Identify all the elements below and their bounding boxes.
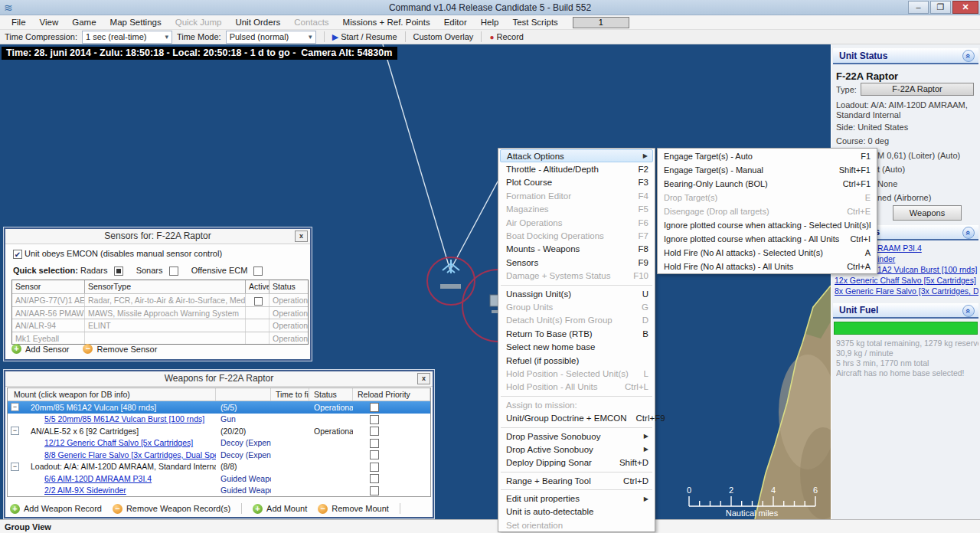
menu-item-throttle-altitude[interactable]: Throttle - Altitude/Depth F2 xyxy=(498,162,655,175)
remove-weapon-record-button[interactable]: − Remove Weapon Record(s) xyxy=(113,504,230,514)
menu-test-scripts[interactable]: Test Scripts xyxy=(505,15,564,29)
menu-missions-ref-points[interactable]: Missions + Ref. Points xyxy=(336,15,437,29)
test-scripts-count-input[interactable] xyxy=(573,17,629,28)
record-button[interactable]: ● Record xyxy=(489,32,524,41)
table-row[interactable]: 2/2 AIM-9X Sidewinder Guided Weapon xyxy=(8,485,430,497)
reload-priority-checkbox[interactable] xyxy=(370,427,379,436)
weapons-table: Mount (click weapon for DB info) Time to… xyxy=(7,387,431,497)
table-row[interactable]: AN/AAR-56 PMAWS MAWS, Missile Approach W… xyxy=(12,306,308,319)
time-compression-select[interactable]: 1 sec (real-time) ▾ xyxy=(82,31,172,44)
table-row[interactable]: Mk1 Eyeball Operational xyxy=(12,332,308,345)
menu-item-ignore-course-all[interactable]: Ignore plotted course when attacking - A… xyxy=(658,232,877,246)
weapons-button[interactable]: Weapons xyxy=(893,205,962,221)
table-row[interactable]: 8/8 Generic Flare Salvo [3x Cartridges, … xyxy=(8,449,430,461)
menu-item-select-home-base[interactable]: Select new home base xyxy=(498,340,655,353)
collapse-expander-icon[interactable]: − xyxy=(11,463,19,471)
menu-item-drop-passive-sonobuoy[interactable]: Drop Passive Sonobuoy ▶ xyxy=(498,430,655,443)
menu-item-deploy-dipping-sonar[interactable]: Deploy Dipping Sonar Shift+D xyxy=(498,456,655,469)
reload-priority-checkbox[interactable] xyxy=(370,439,379,448)
menu-help[interactable]: Help xyxy=(474,15,506,29)
collapse-chevron-icon[interactable]: « xyxy=(962,227,975,239)
menu-map-settings[interactable]: Map Settings xyxy=(103,15,168,29)
collapse-chevron-icon[interactable]: « xyxy=(962,305,975,317)
custom-overlay-button[interactable]: Custom Overlay xyxy=(413,32,474,41)
add-mount-button[interactable]: + Add Mount xyxy=(253,504,307,514)
menu-file[interactable]: File xyxy=(5,15,33,29)
radars-checkbox[interactable] xyxy=(114,266,123,276)
menu-item-air-operations: Air Operations F6 xyxy=(498,216,655,229)
add-weapon-record-button[interactable]: + Add Weapon Record xyxy=(10,504,102,514)
add-sensor-button[interactable]: + Add Sensor xyxy=(11,344,69,354)
start-resume-button[interactable]: ▶ Start / Resume xyxy=(332,32,397,42)
table-row[interactable]: − AN/ALE-52 x 6 [92 Cartridges] (20/20) … xyxy=(8,425,430,437)
menu-view[interactable]: View xyxy=(33,15,66,29)
menu-item-return-to-base[interactable]: Return To Base (RTB) B xyxy=(498,327,655,340)
table-row[interactable]: 12/12 Generic Chaff Salvo [5x Cartridges… xyxy=(8,437,430,450)
menu-item-edit-unit-properties[interactable]: Edit unit properties ▶ xyxy=(498,492,655,505)
sensors-window[interactable]: Sensors for: F-22A Raptor x ✔ Unit obeys… xyxy=(4,227,312,361)
table-row[interactable]: 6/6 AIM-120D AMRAAM P3I.4 Guided Weapon xyxy=(8,473,430,485)
sensors-window-titlebar[interactable]: Sensors for: F-22A Raptor x xyxy=(5,229,310,244)
reload-priority-checkbox[interactable] xyxy=(370,450,379,459)
menu-item-doctrine-emcon[interactable]: Unit/Group Doctrine + EMCON Ctrl+F9 xyxy=(498,411,655,424)
weapon-db-link[interactable]: 5/5 20mm/85 M61A2 Vulcan Burst [100 rnds… xyxy=(8,414,216,423)
menu-editor[interactable]: Editor xyxy=(437,15,474,29)
menu-item-drop-active-sonobuoy[interactable]: Drop Active Sonobuoy ▶ xyxy=(498,443,655,456)
weapons-window[interactable]: Weapons for F-22A Raptor x Mount (click … xyxy=(4,370,434,518)
menu-item-engage-manual[interactable]: Engage Target(s) - Manual Shift+F1 xyxy=(658,163,877,177)
menu-item-plot-course[interactable]: Plot Course F3 xyxy=(498,176,655,189)
menu-item-refuel[interactable]: Refuel (if possible) xyxy=(498,354,655,367)
reload-priority-checkbox[interactable] xyxy=(370,486,379,495)
close-icon[interactable]: x xyxy=(295,231,308,242)
reload-priority-checkbox[interactable] xyxy=(370,474,379,483)
menu-item-engage-auto[interactable]: Engage Target(s) - Auto F1 xyxy=(658,149,877,163)
emcon-checkbox[interactable]: ✔ xyxy=(13,250,22,259)
menu-item-unit-auto-detectable[interactable]: Unit is auto-detectable xyxy=(498,505,655,518)
unit-fuel-header[interactable]: Unit Fuel « xyxy=(833,303,978,319)
menu-item-range-bearing-tool[interactable]: Range + Bearing Tool Ctrl+D xyxy=(498,474,655,487)
menu-item-attack-options[interactable]: Attack Options ▶ xyxy=(500,149,653,162)
unit-type-button[interactable]: F-22A Raptor xyxy=(861,83,974,96)
weapon-db-link[interactable]: 8/8 Generic Flare Salvo [3x Cartridges, … xyxy=(8,450,216,459)
weapon-db-link[interactable]: 2/2 AIM-9X Sidewinder xyxy=(8,486,216,495)
weapon-link[interactable]: 12x Generic Chaff Salvo [5x Cartridges] xyxy=(835,276,978,285)
weapon-link[interactable]: 8x Generic Flare Salvo [3x Cartridges, D… xyxy=(835,286,978,296)
table-row[interactable]: AN/ALR-94 ELINT Operational xyxy=(12,319,308,332)
menu-item-hold-fire-selected[interactable]: Hold Fire (No AI attacks) - Selected Uni… xyxy=(658,246,877,260)
unit-status-header[interactable]: Unit Status « xyxy=(833,48,978,64)
weapon-db-link[interactable]: 12/12 Generic Chaff Salvo [5x Cartridges… xyxy=(8,438,216,447)
maximize-button[interactable]: ❐ xyxy=(930,1,951,14)
menu-item-ignore-course-selected[interactable]: Ignore plotted course when attacking - S… xyxy=(658,218,877,232)
reload-priority-checkbox[interactable] xyxy=(370,403,379,412)
table-row[interactable]: − Loadout: A/A: AIM-120D AMRAAM, Standar… xyxy=(8,461,430,473)
remove-mount-button[interactable]: − Remove Mount xyxy=(318,504,389,514)
menu-item-hold-fire-all[interactable]: Hold Fire (No AI attacks) - All Units Ct… xyxy=(658,260,877,273)
close-icon[interactable]: x xyxy=(417,373,430,384)
offensive-ecm-checkbox[interactable] xyxy=(253,266,263,276)
weapon-db-link[interactable]: 6/6 AIM-120D AMRAAM P3I.4 xyxy=(8,474,216,483)
menu-game[interactable]: Game xyxy=(65,15,103,29)
sonars-checkbox[interactable] xyxy=(169,266,178,276)
weapons-window-titlebar[interactable]: Weapons for F-22A Raptor x xyxy=(5,371,433,387)
minimize-button[interactable]: – xyxy=(908,1,929,14)
menu-item-sensors[interactable]: Sensors F9 xyxy=(498,256,655,269)
table-row[interactable]: − 20mm/85 M61A2 Vulcan [480 rnds] (5/5) … xyxy=(8,401,430,414)
time-mode-select[interactable]: Pulsed (normal) ▾ xyxy=(226,31,316,44)
collapse-chevron-icon[interactable]: « xyxy=(962,50,975,62)
sensor-active-checkbox[interactable] xyxy=(254,297,263,306)
title-bar[interactable]: ≋ Command v1.04 Release Candidate 5 - Bu… xyxy=(0,0,980,15)
menu-item-bearing-only-launch[interactable]: Bearing-Only Launch (BOL) Ctrl+F1 xyxy=(658,177,877,191)
reload-priority-checkbox[interactable] xyxy=(370,463,379,472)
table-row[interactable]: AN/APG-77(V)1 AESA Radar, FCR, Air-to-Ai… xyxy=(12,293,308,306)
menu-item-unassign-units[interactable]: Unassign Unit(s) U xyxy=(498,287,655,300)
menu-item-mounts-weapons[interactable]: Mounts - Weapons F8 xyxy=(498,243,655,256)
collapse-expander-icon[interactable]: − xyxy=(11,403,19,411)
remove-sensor-button[interactable]: − Remove Sensor xyxy=(83,344,157,354)
table-row[interactable]: 5/5 20mm/85 M61A2 Vulcan Burst [100 rnds… xyxy=(8,414,430,426)
menu-unit-orders[interactable]: Unit Orders xyxy=(228,15,287,29)
close-button[interactable]: ✕ xyxy=(952,1,978,14)
reload-priority-checkbox[interactable] xyxy=(370,415,379,424)
plotted-course-lines xyxy=(383,44,514,270)
collapse-expander-icon[interactable]: − xyxy=(11,427,19,435)
aircraft-unit-symbol[interactable] xyxy=(440,260,461,289)
